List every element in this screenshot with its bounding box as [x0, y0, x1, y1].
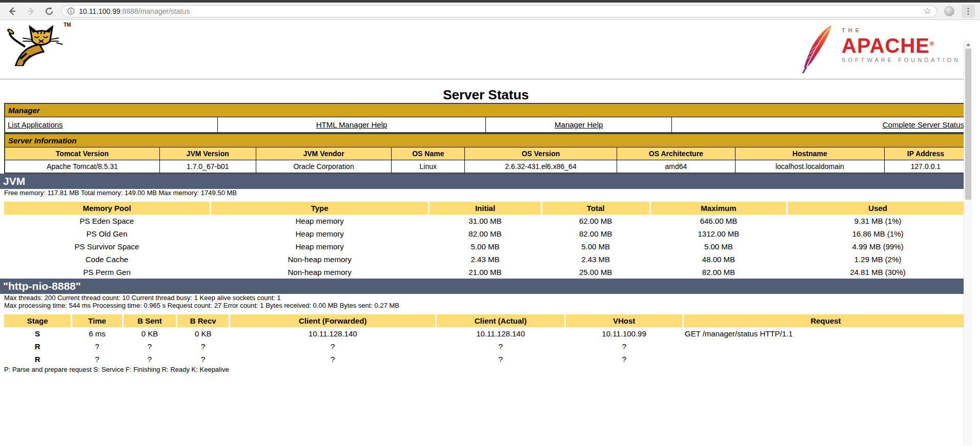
column-header: Type: [211, 202, 428, 215]
refresh-button[interactable]: [43, 5, 55, 17]
stage-row: R ? ? ? ? ? ?: [4, 340, 968, 353]
list-applications-link[interactable]: List Applications: [8, 120, 63, 129]
bytes-sent-value: 0 KB: [124, 327, 176, 340]
url-host: 10.11.100.99: [79, 7, 120, 15]
memory-table-header-row: Memory Pool Type Initial Total Maximum U…: [4, 202, 968, 215]
apache-subtitle-label: SOFTWARE FOUNDATION: [842, 57, 961, 63]
memory-pool-total: 62.00 MB: [542, 215, 649, 227]
refresh-icon: [44, 6, 54, 16]
apache-the-label: THE: [842, 27, 961, 33]
column-header: Memory Pool: [4, 202, 210, 215]
address-bar[interactable]: 10.11.100.99:8888/manager/status ☆: [62, 5, 937, 17]
client-forwarded-value: 10.11.128.140: [230, 327, 435, 340]
connector-section-header: "http-nio-8888": [0, 279, 972, 294]
manager-links-cell: Complete Server Status: [671, 117, 967, 133]
manager-title-row: Manager: [5, 103, 967, 117]
client-actual-value: 10.11.128.140: [437, 327, 564, 340]
memory-pool-total: 5.00 MB: [542, 240, 649, 253]
manager-links-cell: List Applications: [5, 117, 217, 133]
memory-pool-name: PS Old Gen: [4, 227, 210, 240]
memory-pool-initial: 82.00 MB: [430, 227, 540, 240]
memory-pool-name: Code Cache: [4, 253, 210, 266]
column-header: Initial: [430, 202, 540, 215]
column-header: OS Version: [465, 147, 617, 160]
bookmark-star-icon[interactable]: ☆: [924, 7, 931, 15]
memory-pool-maximum: 5.00 MB: [651, 240, 787, 253]
memory-pool-used: 16.86 MB (1%): [788, 227, 968, 240]
hostname-value: localhost.localdomain: [735, 160, 884, 174]
bytes-sent-value: ?: [124, 340, 176, 353]
memory-pool-used: 1.29 MB (2%): [788, 253, 968, 266]
page-scrollbar[interactable]: [964, 40, 972, 445]
request-value: [684, 353, 968, 366]
manager-links-cell: HTML Manager Help: [217, 117, 486, 133]
browser-toolbar: 10.11.100.99:8888/manager/status ☆ ⋮: [0, 3, 980, 20]
complete-server-status-link[interactable]: Complete Server Status: [883, 120, 964, 129]
memory-pool-maximum: 1312.00 MB: [651, 227, 787, 240]
browser-menu-dots-icon: ⋮: [964, 7, 972, 15]
scrollbar-up-icon[interactable]: [966, 43, 970, 46]
tomcat-version-value: Apache Tomcat/8.5.31: [5, 160, 159, 174]
stage-table-header-row: Stage Time B Sent B Recv Client (Forward…: [4, 314, 968, 327]
extension-globe-icon[interactable]: [944, 6, 954, 16]
memory-pool-total: 2.43 MB: [542, 253, 649, 266]
back-button[interactable]: [6, 5, 18, 17]
manager-help-link[interactable]: Manager Help: [555, 120, 603, 129]
stage-value: S: [4, 327, 71, 340]
html-manager-help-link[interactable]: HTML Manager Help: [316, 120, 387, 129]
forward-button[interactable]: [25, 5, 37, 17]
stage-row: R ? ? ? ? ? ?: [4, 353, 968, 366]
memory-pool-maximum: 82.00 MB: [651, 266, 787, 279]
column-header: Request: [684, 314, 968, 327]
page-info-icon[interactable]: [67, 7, 75, 15]
url-path: :8888/manager/status: [120, 7, 190, 15]
column-header: JVM Vendor: [256, 147, 392, 160]
client-forwarded-value: ?: [230, 353, 435, 366]
column-header: IP Address: [884, 147, 967, 160]
client-actual-value: ?: [437, 353, 564, 366]
memory-pool-initial: 21.00 MB: [430, 266, 540, 279]
memory-pool-type: Non-heap memory: [211, 253, 428, 266]
connector-processing-stats: Max processing time: 544 ms Processing t…: [4, 302, 972, 309]
os-name-value: Linux: [392, 160, 465, 174]
memory-pool-row: Code Cache Non-heap memory 2.43 MB 2.43 …: [4, 253, 968, 266]
column-header: Hostname: [735, 147, 884, 160]
memory-pool-table: Memory Pool Type Initial Total Maximum U…: [3, 202, 969, 279]
column-header: VHost: [566, 314, 682, 327]
time-value: ?: [72, 340, 122, 353]
apache-registered-mark: ®: [930, 40, 934, 47]
column-header: Client (Forwarded): [230, 314, 435, 327]
tomcat-status-page: TM THE APACHE® SOFTWARE FOUND: [0, 20, 972, 445]
memory-pool-type: Heap memory: [211, 227, 428, 240]
request-stage-table: Stage Time B Sent B Recv Client (Forward…: [3, 314, 969, 366]
vhost-value: ?: [566, 353, 682, 366]
manager-section-title: Manager: [5, 103, 967, 117]
column-header: B Sent: [124, 314, 176, 327]
bytes-sent-value: ?: [124, 353, 176, 366]
back-icon: [7, 6, 17, 16]
column-header: Used: [788, 202, 968, 215]
browser-menu-button[interactable]: ⋮: [962, 5, 975, 18]
header-divider: [0, 79, 972, 79]
memory-pool-row: PS Perm Gen Non-heap memory 21.00 MB 25.…: [4, 266, 968, 279]
stage-value: R: [4, 353, 71, 366]
ip-address-value: 127.0.0.1: [884, 160, 967, 174]
apache-logo-text: THE APACHE® SOFTWARE FOUNDATION: [842, 24, 961, 63]
request-value: [684, 340, 968, 353]
memory-pool-total: 82.00 MB: [542, 227, 649, 240]
jvm-vendor-value: Oracle Corporation: [256, 160, 392, 174]
tomcat-cat-icon: [4, 22, 65, 66]
jvm-memory-summary: Free memory: 117.81 MB Total memory: 149…: [4, 189, 972, 197]
manager-links-row: List Applications HTML Manager Help Mana…: [5, 117, 967, 133]
memory-pool-name: PS Eden Space: [4, 215, 210, 227]
server-information-table: Server Information Tomcat Version JVM Ve…: [4, 133, 968, 174]
apache-feather-icon: [799, 24, 836, 73]
column-header: OS Architecture: [617, 147, 735, 160]
memory-pool-maximum: 646.00 MB: [651, 215, 787, 227]
client-forwarded-value: ?: [230, 340, 435, 353]
column-header: Stage: [4, 314, 71, 327]
url-text[interactable]: 10.11.100.99:8888/manager/status: [79, 7, 920, 15]
column-header: Total: [542, 202, 649, 215]
request-value: GET /manager/status HTTP/1.1: [684, 327, 968, 340]
scrollbar-thumb[interactable]: [965, 49, 971, 200]
